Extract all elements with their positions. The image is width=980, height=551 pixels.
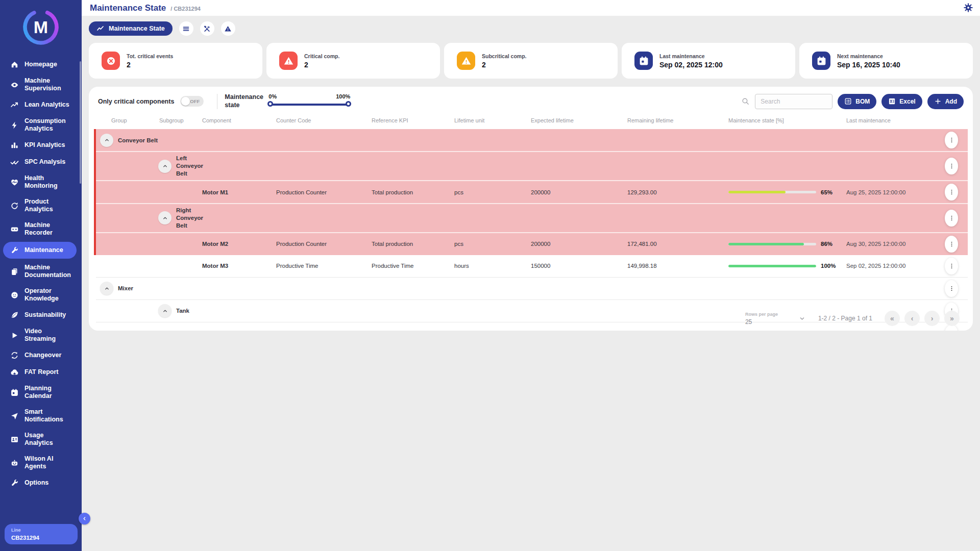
group-cell: Mixer <box>100 279 153 297</box>
maintenance-state-cell <box>728 164 846 169</box>
line-badge[interactable]: Line CB231294 <box>5 524 78 544</box>
column-header-expected-lifetime: Expected lifetime <box>531 117 627 123</box>
counter-code-cell <box>276 286 372 291</box>
sidebar-item-label: Machine Documentation <box>24 264 74 279</box>
tools-button[interactable] <box>200 21 214 36</box>
reference-kpi-cell: Productive Time <box>372 328 454 331</box>
alerts-button[interactable] <box>221 21 235 36</box>
slider-track-line <box>270 104 349 106</box>
reference-kpi-cell <box>372 138 454 143</box>
row-menu-button[interactable] <box>945 280 958 297</box>
collapse-chevron-button[interactable] <box>158 211 172 224</box>
sidebar-item-changeover[interactable]: Changeover <box>0 347 78 364</box>
add-button[interactable]: Add <box>927 94 964 109</box>
sidebar-item-machine-documentation[interactable]: Machine Documentation <box>0 260 78 283</box>
sidebar-item-health-monitoring[interactable]: Health Monitoring <box>0 170 78 194</box>
rows-per-page-control[interactable]: Rows per page 25 <box>745 312 806 325</box>
last-page-button[interactable]: » <box>944 311 960 326</box>
critical-components-toggle[interactable]: OFF <box>180 96 204 107</box>
search-icon <box>741 97 750 106</box>
sidebar-item-video-streaming[interactable]: Video Streaming <box>0 323 78 347</box>
sidebar-item-machine-supervision[interactable]: Machine Supervision <box>0 73 78 96</box>
sidebar-item-product-analytics[interactable]: Product Analytics <box>0 194 78 217</box>
bom-button[interactable]: BOM <box>838 94 876 109</box>
kpi-card-value: Sep 16, 2025 10:40 <box>837 61 900 69</box>
home-icon <box>10 60 19 69</box>
sidebar-item-planning-calendar[interactable]: Planning Calendar <box>0 381 78 404</box>
search-input[interactable] <box>755 94 832 109</box>
operator-icon <box>10 291 19 299</box>
kpi-card-label: Subcritical comp. <box>482 53 527 59</box>
column-header-subgroup: Subgroup <box>153 117 202 123</box>
sidebar-item-options[interactable]: Options <box>0 474 78 491</box>
chevron-down-icon[interactable] <box>798 315 806 322</box>
kpi-card-next-maintenance: Next maintenanceSep 16, 2025 10:40 <box>799 43 973 79</box>
sidebar-item-consumption-analytics[interactable]: Consumption Analytics <box>0 113 78 137</box>
row-menu-button[interactable] <box>945 132 958 148</box>
sidebar-item-lean-analytics[interactable]: Lean Analytics <box>0 96 78 113</box>
collapse-chevron-button[interactable] <box>158 304 172 317</box>
sidebar-item-homepage[interactable]: Homepage <box>0 56 78 73</box>
next-page-button[interactable]: › <box>924 311 940 326</box>
sidebar-scrollbar[interactable] <box>80 61 81 184</box>
table-body: Conveyor BeltLeft Conveyor BeltMotor M1P… <box>94 129 968 331</box>
slider-handle-min[interactable] <box>267 101 273 107</box>
component-cell: Motor M1 <box>202 187 276 198</box>
group-cell <box>100 190 153 195</box>
bolt-icon <box>10 121 19 130</box>
pagination: Rows per page 25 1-2 / 2 - Page 1 of 1 «… <box>745 311 960 326</box>
sidebar-item-sustainability[interactable]: Sustainability <box>0 307 78 323</box>
lifetime-unit-cell: hours <box>454 260 531 271</box>
settings-gear-icon[interactable] <box>963 3 973 13</box>
top-bar: Maintenance State / CB231294 <box>82 0 980 16</box>
sidebar-item-machine-recorder[interactable]: Machine Recorder <box>0 217 78 241</box>
first-page-button[interactable]: « <box>885 311 900 326</box>
group-cell <box>100 215 153 220</box>
column-header-last-maintenance: Last maintenance <box>846 117 940 123</box>
tab-maintenance-state[interactable]: Maintenance State <box>89 21 173 36</box>
table-row-subgroup-left-conveyor-belt: Left Conveyor Belt <box>96 152 968 181</box>
collapse-chevron-button[interactable] <box>100 134 113 147</box>
excel-export-button[interactable]: Excel <box>881 94 922 109</box>
last-maintenance-cell <box>846 215 940 220</box>
sidebar-item-kpi-analytics[interactable]: KPI Analytics <box>0 137 78 154</box>
cycle-icon <box>10 351 19 360</box>
component-cell <box>202 138 276 143</box>
component-cell: Motor M4 <box>202 328 276 331</box>
bar-chart-icon <box>10 141 19 149</box>
menu-list-button[interactable] <box>179 21 193 36</box>
sidebar-item-label: Smart Notifications <box>24 408 74 423</box>
row-menu-button[interactable] <box>945 158 958 174</box>
sidebar-item-label: Product Analytics <box>24 198 74 213</box>
remaining-lifetime-cell: 149,998.18 <box>627 260 728 271</box>
excel-icon <box>888 97 896 105</box>
sidebar-item-label: Maintenance <box>24 246 63 254</box>
slider-handle-max[interactable] <box>346 101 351 107</box>
kpi-card-label: Critical comp. <box>304 53 339 59</box>
sidebar-collapse-button[interactable] <box>79 513 90 524</box>
sidebar-item-operator-knowledge[interactable]: Operator Knowledge <box>0 283 78 307</box>
sidebar-item-usage-analytics[interactable]: Usage Analytics <box>0 428 78 451</box>
subgroup-cell <box>153 286 202 291</box>
collapse-chevron-button[interactable] <box>158 160 172 173</box>
sidebar-item-smart-notifications[interactable]: Smart Notifications <box>0 404 78 428</box>
group-cell <box>100 241 153 246</box>
last-maintenance-cell <box>846 164 940 169</box>
filter-bar: Only critical components OFF Maintenance… <box>89 87 973 110</box>
sidebar-item-spc-analysis[interactable]: SPC Analysis <box>0 154 78 170</box>
expected-lifetime-cell: 150000 <box>531 328 627 331</box>
sidebar-item-wilson-ai-agents[interactable]: Wilson AI Agents <box>0 451 78 474</box>
prev-page-button[interactable]: ‹ <box>904 311 920 326</box>
row-menu-button[interactable] <box>945 184 958 201</box>
sidebar-nav: HomepageMachine SupervisionLean Analytic… <box>0 48 82 491</box>
sidebar-item-maintenance[interactable]: Maintenance <box>3 242 77 259</box>
row-menu-button[interactable] <box>945 236 958 253</box>
row-menu-button[interactable] <box>945 210 958 227</box>
kpi-card-value: 2 <box>304 61 339 69</box>
table-row-group-mixer: Mixer <box>96 278 968 300</box>
sidebar-item-fat-report[interactable]: FAT Report <box>0 364 78 381</box>
row-menu-button[interactable] <box>945 258 958 274</box>
collapse-chevron-button[interactable] <box>100 282 113 295</box>
subgroup-cell <box>153 190 202 195</box>
counter-code-cell: Production Counter <box>276 187 372 198</box>
